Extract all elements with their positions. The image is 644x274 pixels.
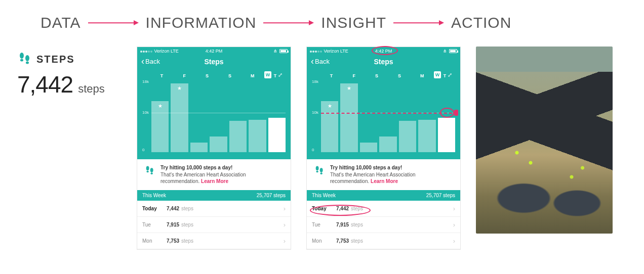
list-item[interactable]: Tue 7,915 steps ›: [137, 217, 291, 233]
status-time: 4:42 PM: [206, 49, 223, 54]
day-labels: TFSSMT W ⤢: [142, 71, 286, 81]
list-day: Tue: [312, 222, 336, 227]
arrow-icon: [263, 20, 314, 26]
list-day: Tue: [142, 222, 167, 227]
y-axis-label: 10k: [312, 110, 318, 115]
week-total: 25,707 steps: [426, 193, 455, 198]
week-header: This Week 25,707 steps: [307, 190, 460, 201]
chart-bar: [360, 143, 377, 152]
header-insight: INSIGHT: [321, 14, 386, 31]
arrow-icon: [393, 20, 444, 26]
list-value: 7,915: [336, 222, 349, 227]
list-day: Today: [142, 206, 167, 211]
day-label: T: [151, 73, 172, 78]
action-photo: [476, 47, 613, 234]
back-button[interactable]: ‹Back: [311, 58, 330, 65]
chart-bar: [268, 118, 286, 152]
tip-title: Try hitting 10,000 steps a day!: [160, 165, 232, 170]
battery-icon: [449, 49, 457, 53]
chevron-right-icon: ›: [284, 221, 286, 229]
tip-row: Try hitting 10,000 steps a day! That's t…: [137, 159, 291, 190]
chart-bar: [249, 120, 266, 152]
steps-unit: steps: [78, 82, 105, 96]
list-day: Today: [312, 206, 336, 211]
chevron-left-icon: ‹: [141, 58, 144, 65]
chart-bar: [438, 118, 455, 152]
bars-region: 18k 10k ★★ 0: [321, 81, 455, 152]
data-column: STEPS 7,442 steps: [15, 47, 122, 98]
header-row: DATA INFORMATION INSIGHT ACTION: [0, 0, 644, 31]
star-icon: ★: [177, 85, 182, 91]
chart-bar: [379, 136, 396, 152]
header-action: ACTION: [451, 14, 511, 31]
list-unit: steps: [351, 222, 363, 227]
week-label: This Week: [142, 193, 166, 198]
learn-more-link[interactable]: Learn More: [371, 178, 398, 184]
steps-title: STEPS: [36, 54, 75, 65]
list-unit: steps: [181, 222, 193, 227]
phone-insight: Verizon LTE 4:42 PM ⋔ ‹Back Steps TFSSMT…: [306, 47, 461, 250]
chart-area: TFSSMT W ⤢ 18k 10k ★★ 0: [137, 69, 291, 159]
list-unit: steps: [181, 238, 193, 244]
svg-point-8: [316, 166, 319, 170]
svg-point-7: [150, 172, 152, 174]
tip-title: Try hitting 10,000 steps a day!: [330, 165, 402, 170]
list-value: 7,442: [167, 206, 179, 211]
day-label: T: [321, 73, 342, 78]
bluetooth-icon: ⋔: [443, 49, 447, 54]
day-label: M: [412, 73, 432, 78]
list-unit: steps: [351, 238, 363, 244]
footprints-icon: [144, 165, 155, 177]
chart-area: TFSSMT W ⤢ 18k 10k ★★ 0: [307, 69, 460, 159]
current-day-badge[interactable]: W: [434, 71, 441, 78]
list-item[interactable]: Mon 7,753 steps ›: [137, 233, 291, 249]
chart-bar: [399, 121, 416, 152]
day-label: S: [219, 73, 240, 78]
expand-icon[interactable]: ⤢: [278, 72, 283, 78]
chart-bar: ★: [340, 83, 357, 152]
list-item[interactable]: Today 7,442 steps ›: [137, 201, 291, 217]
chevron-right-icon: ›: [453, 205, 455, 212]
list-day: Mon: [142, 238, 167, 244]
list-unit: steps: [351, 206, 363, 211]
svg-point-11: [320, 172, 322, 174]
svg-point-3: [26, 62, 29, 64]
svg-point-9: [316, 171, 318, 173]
svg-point-6: [150, 168, 153, 172]
chevron-right-icon: ›: [453, 221, 455, 229]
header-information: INFORMATION: [146, 14, 257, 31]
chevron-right-icon: ›: [284, 237, 286, 245]
y-axis-label: 0: [312, 148, 314, 152]
chart-bar: [418, 120, 435, 152]
nav-title: Steps: [204, 58, 223, 66]
y-axis-label: 18k: [142, 79, 149, 84]
status-time: 4:42 PM: [375, 49, 392, 54]
tip-text: Try hitting 10,000 steps a day! That's t…: [160, 164, 284, 185]
chevron-right-icon: ›: [453, 237, 455, 245]
nav-bar: ‹Back Steps: [137, 55, 291, 69]
expand-icon[interactable]: ⤢: [448, 72, 452, 78]
y-axis-label: 10k: [142, 110, 149, 115]
back-button[interactable]: ‹Back: [141, 58, 160, 65]
svg-point-0: [20, 53, 24, 59]
list-item[interactable]: Today 7,442 steps ›: [307, 201, 460, 217]
svg-point-10: [320, 168, 323, 172]
list-item[interactable]: Tue 7,915 steps ›: [307, 217, 460, 233]
day-labels: TFSSMT W ⤢: [312, 71, 455, 81]
list-day: Mon: [312, 238, 336, 244]
star-icon: ★: [328, 103, 332, 109]
week-label: This Week: [312, 193, 336, 198]
chevron-left-icon: ‹: [311, 58, 314, 65]
list-item[interactable]: Mon 7,753 steps ›: [307, 233, 460, 249]
current-day-badge[interactable]: W: [264, 71, 271, 78]
content-row: STEPS 7,442 steps Verizon LTE 4:42 PM ⋔ …: [0, 31, 644, 250]
annotation-marker-icon: [454, 110, 458, 116]
list-unit: steps: [181, 206, 193, 211]
svg-point-1: [20, 59, 23, 62]
signal-icon: Verizon LTE: [310, 49, 348, 54]
battery-icon: [279, 49, 288, 53]
svg-point-4: [146, 166, 149, 170]
week-total: 25,707 steps: [257, 193, 286, 198]
chart-bar: ★: [171, 83, 188, 152]
learn-more-link[interactable]: Learn More: [201, 178, 228, 184]
